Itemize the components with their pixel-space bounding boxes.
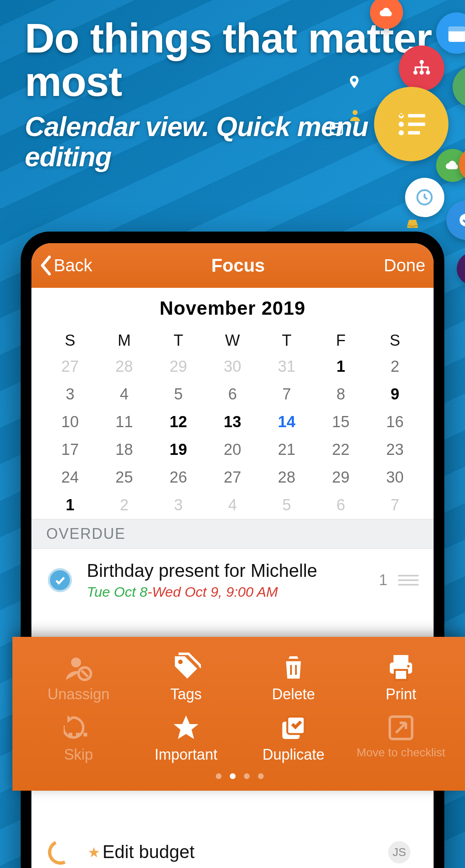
calendar-day-cell[interactable]: 18 bbox=[97, 436, 151, 464]
task-end-date: Wed Oct 9, 9:00 AM bbox=[152, 584, 278, 600]
calendar-day-cell[interactable]: 26 bbox=[151, 464, 205, 491]
page-dot[interactable] bbox=[258, 773, 264, 779]
svg-rect-28 bbox=[76, 733, 80, 736]
delete-button[interactable]: Delete bbox=[240, 653, 347, 703]
calendar-day-cell[interactable]: 12 bbox=[151, 408, 205, 436]
page-dot[interactable] bbox=[216, 773, 222, 779]
svg-point-9 bbox=[398, 122, 403, 127]
calendar-dow-cell: M bbox=[97, 327, 151, 353]
calendar-day-cell[interactable]: 14 bbox=[260, 408, 314, 436]
cloud-bubble-icon bbox=[370, 0, 403, 29]
done-button[interactable]: Done bbox=[384, 256, 425, 275]
calendar-day-cell[interactable]: 2 bbox=[97, 491, 151, 519]
calendar-day-cell[interactable]: 25 bbox=[97, 464, 151, 491]
skip-icon bbox=[64, 713, 93, 743]
back-button[interactable]: Back bbox=[40, 256, 92, 275]
print-label: Print bbox=[386, 686, 416, 703]
calendar-day-cell[interactable]: 17 bbox=[43, 436, 97, 464]
calendar-day-cell[interactable]: 8 bbox=[314, 380, 368, 408]
calendar-day-cell[interactable]: 21 bbox=[260, 436, 314, 464]
calendar-day-cell[interactable]: 28 bbox=[260, 464, 314, 491]
calendar-day-cell[interactable]: 11 bbox=[97, 408, 151, 436]
calendar-day-cell[interactable]: 4 bbox=[205, 491, 260, 519]
calendar-day-cell[interactable]: 20 bbox=[205, 436, 260, 464]
loading-spinner-icon bbox=[45, 836, 76, 868]
calendar-day-cell[interactable]: 31 bbox=[260, 353, 314, 380]
svg-point-19 bbox=[353, 110, 358, 115]
calendar-day-cell[interactable]: 5 bbox=[151, 380, 205, 408]
calendar-day-cell[interactable]: 29 bbox=[151, 353, 205, 380]
calendar-day-cell[interactable]: 30 bbox=[368, 464, 422, 491]
svg-point-5 bbox=[426, 70, 430, 74]
calendar-day-cell[interactable]: 16 bbox=[368, 408, 422, 436]
task-checkbox[interactable] bbox=[48, 568, 72, 592]
calendar-day-cell[interactable]: 22 bbox=[314, 436, 368, 464]
navbar: Back Focus Done bbox=[31, 243, 434, 288]
calendar-day-cell[interactable]: 15 bbox=[314, 408, 368, 436]
calendar-day-cell[interactable]: 23 bbox=[368, 436, 422, 464]
duplicate-button[interactable]: Duplicate bbox=[240, 713, 347, 763]
pin-outline-icon bbox=[347, 74, 362, 94]
page-dot[interactable] bbox=[244, 773, 250, 779]
calendar-day-cell[interactable]: 28 bbox=[97, 353, 151, 380]
calendar-day-cell[interactable]: 30 bbox=[205, 353, 260, 380]
quick-menu-page-dots[interactable] bbox=[25, 773, 455, 779]
calendar-day-cell[interactable]: 4 bbox=[97, 380, 151, 408]
important-label: Important bbox=[155, 746, 217, 763]
tags-icon bbox=[171, 653, 201, 682]
calendar-dow-cell: F bbox=[314, 327, 368, 353]
back-label: Back bbox=[54, 256, 92, 275]
page-dot[interactable] bbox=[230, 773, 236, 779]
user-outline-icon bbox=[348, 108, 362, 122]
svg-rect-27 bbox=[69, 733, 72, 736]
svg-point-4 bbox=[420, 70, 424, 74]
quick-menu-sheet[interactable]: Unassign Tags Delete Print Skip Importan… bbox=[12, 637, 465, 791]
move-to-checklist-button[interactable]: Move to checklist bbox=[347, 713, 455, 763]
task-body: Birthday present for Michelle Tue Oct 8-… bbox=[87, 560, 379, 600]
duplicate-label: Duplicate bbox=[262, 746, 324, 763]
assignee-avatar[interactable]: JS bbox=[388, 841, 410, 863]
reorder-handle-icon[interactable] bbox=[398, 575, 419, 586]
calendar-day-cell[interactable]: 2 bbox=[368, 353, 422, 380]
calendar-day-cell[interactable]: 3 bbox=[43, 380, 97, 408]
task-row[interactable]: ★ Edit budget JS bbox=[31, 836, 434, 865]
calendar-month-label[interactable]: November 2019 bbox=[31, 288, 434, 327]
calendar-dow-cell: S bbox=[368, 327, 422, 353]
calendar-day-cell[interactable]: 9 bbox=[368, 380, 422, 408]
tags-label: Tags bbox=[170, 686, 202, 703]
important-button[interactable]: Important bbox=[132, 713, 240, 763]
checkmark-icon bbox=[54, 574, 66, 586]
calendar-day-cell[interactable]: 1 bbox=[43, 491, 97, 519]
overdue-section-header: OVERDUE bbox=[31, 519, 434, 549]
calendar-outline-icon bbox=[328, 120, 345, 137]
calendar-day-cell[interactable]: 10 bbox=[43, 408, 97, 436]
unassign-button[interactable]: Unassign bbox=[25, 653, 132, 703]
calendar-day-cell[interactable]: 27 bbox=[205, 464, 260, 491]
calendar-day-cell[interactable]: 6 bbox=[205, 380, 260, 408]
svg-rect-12 bbox=[408, 131, 420, 134]
calendar-grid[interactable]: 2728293031123456789101112131415161718192… bbox=[31, 353, 434, 519]
calendar-day-cell[interactable]: 27 bbox=[43, 353, 97, 380]
calendar-day-cell[interactable]: 1 bbox=[314, 353, 368, 380]
print-button[interactable]: Print bbox=[347, 653, 455, 703]
tags-button[interactable]: Tags bbox=[132, 653, 240, 703]
svg-point-3 bbox=[413, 70, 417, 74]
calendar-day-cell[interactable]: 29 bbox=[314, 464, 368, 491]
search-bubble-icon bbox=[457, 252, 465, 285]
trash-icon bbox=[279, 653, 308, 682]
calendar-dow-cell: W bbox=[205, 327, 260, 353]
calendar-day-cell[interactable]: 13 bbox=[205, 408, 260, 436]
calendar-day-cell[interactable]: 5 bbox=[260, 491, 314, 519]
calendar-dow-cell: T bbox=[151, 327, 205, 353]
skip-button[interactable]: Skip bbox=[25, 713, 132, 763]
quick-menu-row-1: Unassign Tags Delete Print bbox=[25, 653, 455, 703]
calendar-day-cell[interactable]: 3 bbox=[151, 491, 205, 519]
calendar-day-cell[interactable]: 19 bbox=[151, 436, 205, 464]
calendar-day-cell[interactable]: 24 bbox=[43, 464, 97, 491]
calendar-day-cell[interactable]: 6 bbox=[314, 491, 368, 519]
calendar-day-cell[interactable]: 7 bbox=[368, 491, 422, 519]
task-row[interactable]: Birthday present for Michelle Tue Oct 8-… bbox=[31, 549, 434, 604]
calendar-day-cell[interactable]: 7 bbox=[260, 380, 314, 408]
svg-rect-23 bbox=[393, 655, 408, 662]
svg-rect-10 bbox=[408, 122, 425, 126]
